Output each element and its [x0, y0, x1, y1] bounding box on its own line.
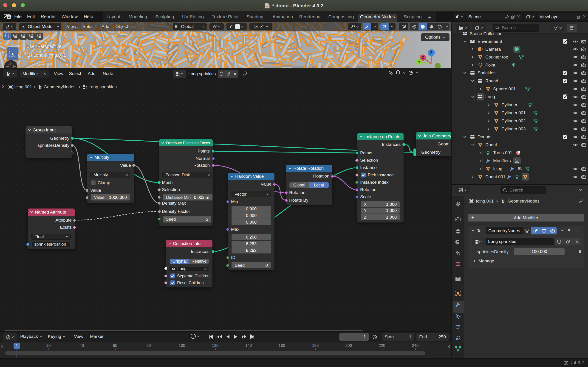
svg-text:Z: Z: [430, 51, 432, 55]
svg-text:Y: Y: [418, 60, 421, 64]
svg-text:X: X: [422, 56, 424, 60]
